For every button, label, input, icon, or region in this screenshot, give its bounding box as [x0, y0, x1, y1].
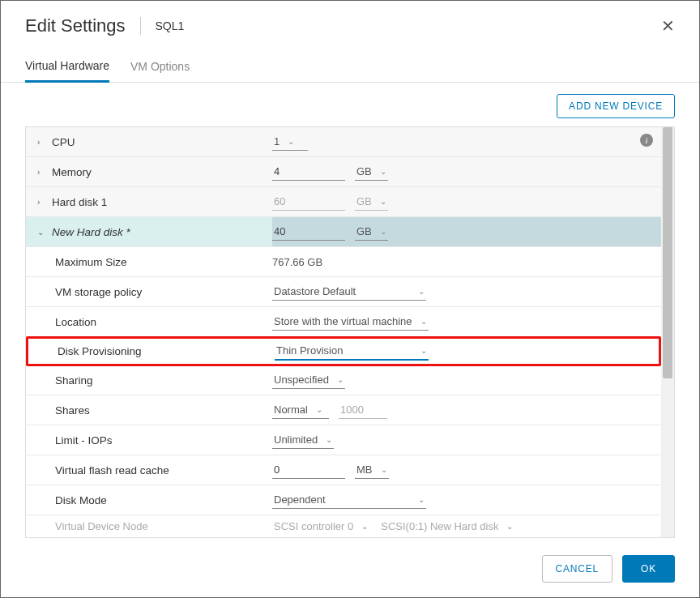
diskmode-label: Disk Mode — [55, 494, 107, 506]
add-new-device-button[interactable]: ADD NEW DEVICE — [557, 94, 675, 118]
row-new-harddisk[interactable]: ⌄ New Hard disk * GB ⌄ — [26, 217, 661, 247]
row-virtual-device-node: Virtual Device Node SCSI controller 0 ⌄ … — [26, 515, 661, 536]
diskprov-label: Disk Provisioning — [58, 345, 142, 357]
disk-mode-select[interactable]: Dependent ⌄ — [272, 491, 426, 509]
maxsize-value: 767.66 GB — [272, 256, 322, 268]
modal-header: Edit Settings SQL1 ✕ — [1, 1, 699, 43]
row-limit-iops: Limit - IOPs Unlimited ⌄ — [26, 425, 661, 455]
maxsize-label: Maximum Size — [55, 256, 127, 268]
shares-value: Normal — [274, 404, 308, 416]
chevron-down-icon: ⌄ — [418, 495, 425, 504]
vfrc-unit-select[interactable]: MB ⌄ — [355, 461, 389, 479]
cpu-select[interactable]: 1 ⌄ — [272, 133, 308, 151]
modal-title: Edit Settings — [25, 15, 126, 36]
toolbar: ADD NEW DEVICE — [1, 83, 699, 126]
chevron-down-icon: ⌄ — [380, 167, 386, 176]
shares-label: Shares — [55, 404, 90, 416]
vdn-disk-select[interactable]: SCSI(0:1) New Hard disk ⌄ — [379, 518, 514, 535]
vfrc-unit: MB — [356, 463, 373, 476]
vfrc-input[interactable] — [272, 461, 345, 479]
limit-iops-select[interactable]: Unlimited ⌄ — [272, 431, 334, 449]
row-max-size: Maximum Size 767.66 GB — [26, 247, 661, 277]
limit-label: Limit - IOPs — [55, 434, 113, 446]
modal-subtitle: SQL1 — [156, 19, 185, 32]
chevron-right-icon: › — [37, 198, 47, 207]
settings-panel: i › CPU 1 ⌄ › Memory GB — [25, 126, 675, 538]
memory-label: Memory — [52, 166, 92, 178]
limit-value: Unlimited — [274, 434, 318, 446]
sharing-label: Sharing — [55, 374, 93, 387]
chevron-right-icon: › — [37, 168, 47, 177]
close-icon[interactable]: ✕ — [661, 16, 675, 36]
storage-policy-select[interactable]: Datastore Default ⌄ — [272, 283, 426, 301]
chevron-down-icon: ⌄ — [316, 405, 322, 414]
row-cpu[interactable]: › CPU 1 ⌄ — [26, 127, 661, 157]
chevron-down-icon: ⌄ — [288, 137, 294, 146]
row-memory[interactable]: › Memory GB ⌄ — [26, 157, 661, 187]
harddisk1-unit-select[interactable]: GB ⌄ — [355, 193, 388, 211]
chevron-down-icon: ⌄ — [380, 197, 386, 206]
chevron-down-icon: ⌄ — [381, 465, 387, 474]
sharing-select[interactable]: Unspecified ⌄ — [272, 371, 345, 389]
diskmode-value: Dependent — [274, 493, 326, 506]
scrollbar[interactable] — [661, 127, 674, 537]
location-label: Location — [55, 316, 96, 328]
tab-virtual-hardware[interactable]: Virtual Hardware — [25, 51, 109, 83]
chevron-down-icon: ⌄ — [506, 522, 513, 531]
chevron-down-icon: ⌄ — [380, 227, 386, 236]
harddisk1-label: Hard disk 1 — [52, 196, 107, 208]
sharing-value: Unspecified — [274, 374, 329, 386]
location-select[interactable]: Store with the virtual machine ⌄ — [272, 313, 429, 331]
cpu-value: 1 — [274, 135, 280, 147]
tabs: Virtual Hardware VM Options — [1, 51, 699, 83]
vdn-value1: SCSI controller 0 — [274, 520, 353, 532]
footer: CANCEL OK — [1, 540, 699, 597]
harddisk1-unit: GB — [356, 195, 372, 207]
chevron-down-icon: ⌄ — [361, 522, 368, 531]
chevron-right-icon: › — [37, 138, 47, 147]
vdn-label: Virtual Device Node — [55, 520, 148, 532]
scrollbar-thumb[interactable] — [663, 127, 672, 378]
disk-provisioning-select[interactable]: Thin Provision ⌄ — [275, 342, 429, 361]
settings-scroll-content: i › CPU 1 ⌄ › Memory GB — [26, 127, 661, 537]
shares-select[interactable]: Normal ⌄ — [272, 401, 329, 419]
row-harddisk1[interactable]: › Hard disk 1 GB ⌄ — [26, 187, 661, 217]
tab-vm-options[interactable]: VM Options — [130, 51, 190, 82]
memory-unit: GB — [356, 165, 372, 177]
chevron-down-icon: ⌄ — [418, 287, 425, 296]
row-location: Location Store with the virtual machine … — [26, 307, 661, 337]
info-icon[interactable]: i — [640, 134, 653, 147]
row-shares: Shares Normal ⌄ — [26, 395, 661, 425]
vdn-controller-select[interactable]: SCSI controller 0 ⌄ — [272, 518, 369, 535]
ok-button[interactable]: OK — [622, 555, 675, 583]
chevron-down-icon: ⌄ — [326, 435, 332, 444]
shares-number-input[interactable] — [339, 401, 387, 419]
title-divider — [140, 17, 141, 35]
title-row: Edit Settings SQL1 — [25, 15, 184, 36]
row-sharing: Sharing Unspecified ⌄ — [26, 365, 661, 395]
vfrc-label: Virtual flash read cache — [55, 464, 169, 476]
row-disk-provisioning: Disk Provisioning Thin Provision ⌄ — [26, 336, 661, 366]
chevron-down-icon: ⌄ — [37, 228, 47, 237]
storagepolicy-value: Datastore Default — [274, 285, 356, 297]
new-harddisk-unit: GB — [356, 225, 372, 237]
cancel-button[interactable]: CANCEL — [542, 555, 612, 583]
row-vfrc: Virtual flash read cache MB ⌄ — [26, 455, 661, 485]
row-storage-policy: VM storage policy Datastore Default ⌄ — [26, 277, 661, 307]
location-value: Store with the virtual machine — [274, 315, 412, 327]
new-harddisk-size-input[interactable] — [272, 223, 345, 241]
harddisk1-input[interactable] — [272, 193, 345, 211]
chevron-down-icon: ⌄ — [420, 346, 427, 355]
chevron-down-icon: ⌄ — [337, 375, 344, 384]
storagepolicy-label: VM storage policy — [55, 286, 142, 298]
new-harddisk-unit-select[interactable]: GB ⌄ — [355, 223, 388, 241]
chevron-down-icon: ⌄ — [420, 317, 427, 326]
row-disk-mode: Disk Mode Dependent ⌄ — [26, 485, 661, 515]
memory-input[interactable] — [272, 163, 345, 181]
diskprov-value: Thin Provision — [276, 344, 343, 357]
new-harddisk-label: New Hard disk * — [52, 226, 130, 238]
memory-unit-select[interactable]: GB ⌄ — [355, 163, 388, 181]
cpu-label: CPU — [52, 136, 75, 148]
vdn-value2: SCSI(0:1) New Hard disk — [381, 520, 498, 532]
